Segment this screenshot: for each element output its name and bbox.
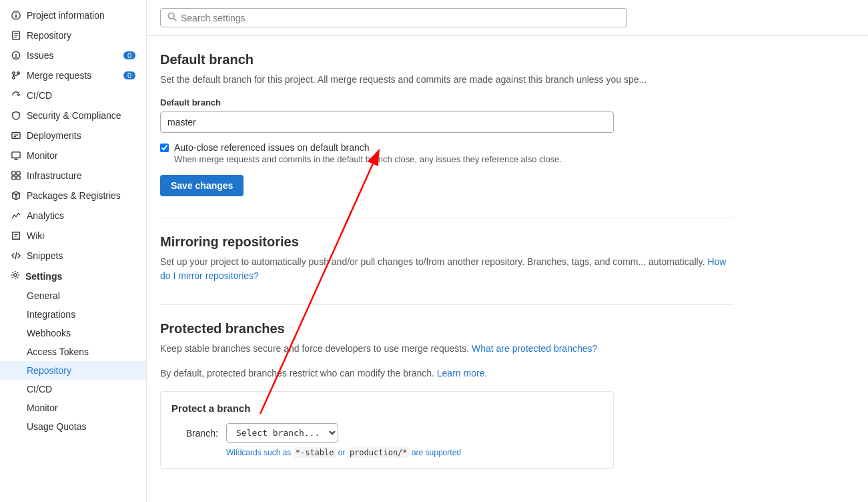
auto-close-checkbox[interactable] [160,144,169,152]
sub-item-label: Repository [27,365,71,376]
learn-more-link[interactable]: Learn more. [437,368,487,379]
cicd-icon [11,90,21,101]
sidebar-item-wiki[interactable]: Wiki [0,226,146,246]
sidebar-item-snippets[interactable]: Snippets [0,246,146,266]
default-branch-field-label: Default branch [160,97,734,107]
sidebar-item-label: Infrastructure [27,170,81,181]
analytics-icon [11,210,21,221]
search-bar-area [147,0,868,36]
sidebar: Project information Repository Issues 0 … [0,0,147,502]
sidebar-sub-item-general[interactable]: General [0,286,146,305]
svg-line-26 [15,252,17,260]
sub-item-label: CI/CD [27,384,52,395]
sidebar-item-label: Repository [27,30,71,41]
auto-close-label: Auto-close referenced issues on default … [174,142,562,153]
sidebar-item-label: Analytics [27,210,64,221]
settings-icon [11,270,20,282]
repo-icon [11,30,21,41]
sidebar-item-label: Wiki [27,230,44,241]
svg-point-27 [14,274,17,276]
protected-branches-desc2: By default, protected branches restrict … [160,366,734,381]
svg-rect-16 [12,152,20,158]
default-branch-input[interactable] [160,111,614,133]
svg-point-11 [13,77,15,79]
sidebar-item-repository[interactable]: Repository [0,25,146,45]
mirroring-title: Mirroring repositories [160,234,734,250]
info-icon [11,10,21,21]
svg-point-10 [13,72,15,75]
search-icon [167,12,177,23]
sidebar-item-label: Snippets [27,250,63,261]
svg-rect-21 [12,176,15,180]
sidebar-item-issues[interactable]: Issues 0 [0,45,146,65]
divider-2 [160,304,734,305]
search-input[interactable] [181,13,620,23]
sub-item-label: Integrations [27,309,75,320]
save-changes-button[interactable]: Save changes [160,175,244,196]
wiki-icon [11,230,21,241]
sidebar-item-label: Monitor [27,150,58,161]
hint-code-1: *-stable [294,447,336,458]
sidebar-item-cicd[interactable]: CI/CD [0,85,146,105]
sub-item-label: Webhooks [27,328,71,338]
packages-icon [11,190,21,201]
protect-branch-box: Protect a branch Branch: Select branch..… [160,391,614,469]
svg-rect-13 [12,133,20,139]
infrastructure-icon [11,170,21,181]
search-bar [160,8,627,27]
merge-icon [11,70,21,81]
default-branch-title: Default branch [160,52,734,67]
sidebar-item-merge-requests[interactable]: Merge requests 0 [0,65,146,85]
default-branch-section: Default branch Set the default branch fo… [160,52,734,196]
sidebar-item-label: Deployments [27,130,81,141]
sub-item-label: Access Tokens [27,346,89,357]
content-area: Default branch Set the default branch fo… [147,36,747,502]
protected-branches-section: Protected branches Keep stable branches … [160,321,734,469]
monitor-icon [11,150,21,161]
settings-section-header[interactable]: Settings [0,266,146,286]
sidebar-item-monitor[interactable]: Monitor [0,146,146,166]
security-icon [11,110,21,121]
svg-rect-22 [17,176,20,180]
mirroring-section: Mirroring repositories Set up your proje… [160,234,734,283]
branch-hint: Wildcards such as *-stable or production… [226,448,602,457]
svg-line-29 [173,18,176,21]
svg-rect-19 [12,172,15,175]
issues-badge: 0 [123,51,135,59]
protected-branches-desc1: Keep stable branches secure and force de… [160,342,734,356]
protected-branches-title: Protected branches [160,321,734,336]
svg-rect-1 [15,15,17,18]
default-branch-desc: Set the default branch for this project.… [160,73,734,87]
auto-close-sub: When merge requests and commits in the d… [174,154,562,164]
sidebar-item-project-information[interactable]: Project information [0,5,146,25]
sidebar-sub-item-integrations[interactable]: Integrations [0,305,146,324]
sidebar-sub-item-cicd[interactable]: CI/CD [0,380,146,399]
sidebar-item-infrastructure[interactable]: Infrastructure [0,166,146,186]
sidebar-sub-item-access-tokens[interactable]: Access Tokens [0,342,146,361]
mirroring-desc: Set up your project to automatically pus… [160,255,734,283]
sidebar-sub-item-repository[interactable]: Repository [0,361,146,380]
svg-point-9 [15,57,16,57]
issues-icon [11,50,21,61]
svg-point-0 [15,12,17,13]
what-link[interactable]: What are protected branches? [472,343,597,354]
hint-code-2: production/* [348,447,410,458]
sidebar-item-packages[interactable]: Packages & Registries [0,186,146,206]
sidebar-item-deployments[interactable]: Deployments [0,125,146,146]
sub-item-label: General [27,290,60,301]
divider-1 [160,218,734,218]
sidebar-sub-item-webhooks[interactable]: Webhooks [0,324,146,342]
merge-badge: 0 [123,71,135,79]
svg-point-28 [168,13,174,19]
sidebar-sub-item-usage-quotas[interactable]: Usage Quotas [0,417,146,436]
branch-select[interactable]: Select branch... [226,423,338,443]
sidebar-item-security-compliance[interactable]: Security & Compliance [0,105,146,125]
sidebar-item-label: Project information [27,10,105,21]
sidebar-item-label: Issues [27,50,53,61]
sidebar-sub-item-monitor[interactable]: Monitor [0,399,146,417]
main-content: Default branch Set the default branch fo… [147,0,868,502]
sidebar-item-analytics[interactable]: Analytics [0,206,146,226]
sidebar-item-label: Packages & Registries [27,190,121,201]
auto-close-row: Auto-close referenced issues on default … [160,142,734,164]
snippets-icon [11,250,21,261]
